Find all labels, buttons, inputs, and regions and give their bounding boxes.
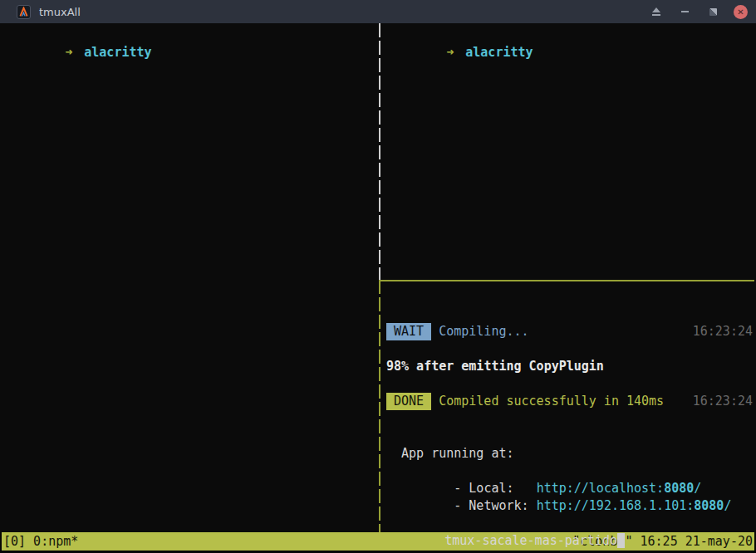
pane-border-vertical-inactive <box>379 23 380 281</box>
terminal-row-empty <box>383 428 754 445</box>
terminal-area: ➜alacritty ➜alacritty WAIT Compiling... … <box>0 23 756 532</box>
window-title: tmuxAll <box>39 6 81 18</box>
webpack-progress-line: 98% after emitting CopyPlugin <box>383 358 754 375</box>
maximize-button[interactable] <box>705 4 720 19</box>
titlebar[interactable]: tmuxAll ✕ <box>0 0 756 23</box>
status-session-window: [0] 0:npm* <box>3 532 78 551</box>
tmux-pane-left[interactable]: ➜alacritty <box>2 23 379 532</box>
terminal-cursor <box>617 533 625 548</box>
keep-above-button[interactable] <box>649 4 664 19</box>
prompt-arrow-icon: ➜ <box>446 45 454 60</box>
tmux-pane-top-right[interactable]: ➜alacritty <box>383 23 754 280</box>
typed-command-line: tmux-sacale-mas-partido <box>383 515 754 532</box>
network-url-link[interactable]: http://192.168.1.101: <box>537 498 695 513</box>
local-url-slash[interactable]: / <box>694 481 701 496</box>
alacritty-window: tmuxAll ✕ ➜alacritty <box>0 0 756 553</box>
alacritty-logo-icon <box>17 5 31 19</box>
local-port[interactable]: 8080 <box>664 481 694 496</box>
local-url-link[interactable]: http://localhost: <box>537 481 665 496</box>
wait-timestamp: 16:23:24 <box>693 323 754 340</box>
terminal-row-empty <box>383 410 754 428</box>
webpack-done-row: DONE Compiled successfully in 140ms 16:2… <box>383 393 754 410</box>
tmux-pane-bottom-right[interactable]: WAIT Compiling... 16:23:24 98% after emi… <box>383 288 754 532</box>
pane-border-vertical-active <box>379 280 380 532</box>
shell-prompt: ➜alacritty <box>383 27 754 44</box>
restore-icon <box>709 8 717 16</box>
network-port[interactable]: 8080 <box>694 498 724 513</box>
prompt-directory: alacritty <box>84 45 151 60</box>
close-icon: ✕ <box>737 7 744 17</box>
terminal-row-empty <box>383 288 754 306</box>
tmux-status-bar: [0] 0:npm* "clonbg" 16:25 21-may-20 <box>2 532 754 551</box>
minimize-button[interactable] <box>677 4 692 19</box>
terminal-row-empty <box>383 306 754 323</box>
wait-badge: WAIT <box>386 323 431 340</box>
window-controls: ✕ <box>649 4 748 19</box>
local-url-line: - Local: http://localhost:8080/ <box>383 462 754 480</box>
compiled-message: Compiled successfully in 140ms <box>439 393 664 410</box>
prompt-arrow-icon: ➜ <box>65 45 72 60</box>
shell-prompt: ➜alacritty <box>2 27 379 44</box>
pane-border-horizontal-active <box>379 280 754 281</box>
done-timestamp: 16:23:24 <box>693 393 754 410</box>
webpack-wait-row: WAIT Compiling... 16:23:24 <box>383 323 754 340</box>
network-label: - Network: <box>446 498 536 513</box>
local-label: - Local: <box>446 481 536 496</box>
network-url-slash[interactable]: / <box>724 498 731 513</box>
close-button[interactable]: ✕ <box>734 5 748 19</box>
app-running-line: App running at: <box>383 445 754 462</box>
prompt-directory: alacritty <box>465 45 533 60</box>
eject-icon <box>652 7 660 16</box>
minimize-icon <box>681 11 689 12</box>
done-badge: DONE <box>386 393 431 410</box>
terminal-row-empty <box>383 375 754 393</box>
typed-command: tmux-sacale-mas-partido <box>444 533 617 548</box>
compiling-message: Compiling... <box>439 323 528 340</box>
terminal-row-empty <box>383 340 754 358</box>
